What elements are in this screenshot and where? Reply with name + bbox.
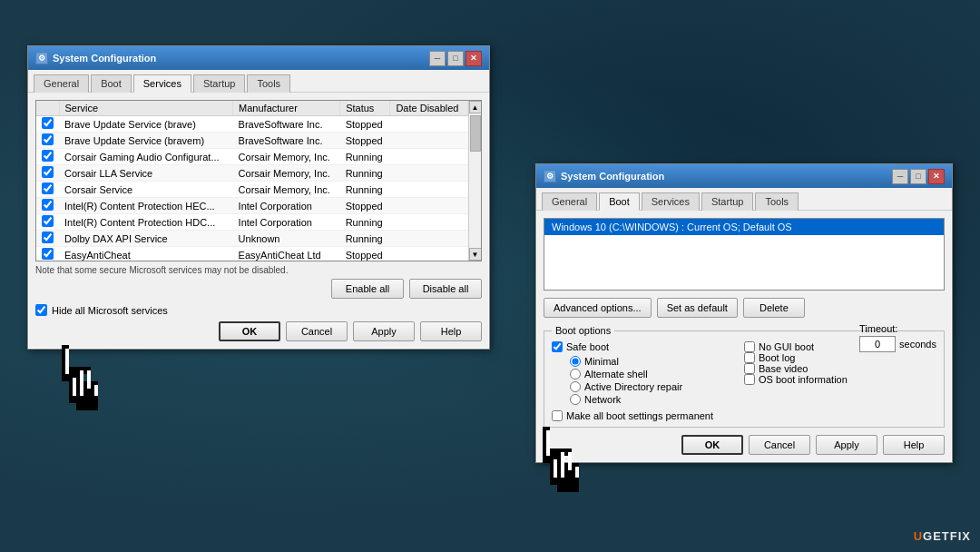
alternate-shell-label[interactable]: Alternate shell <box>584 369 648 380</box>
network-radio[interactable] <box>570 394 581 405</box>
service-checkbox-0[interactable] <box>42 117 54 129</box>
no-gui-label[interactable]: No GUI boot <box>759 341 814 352</box>
service-checkbox-5[interactable] <box>42 199 54 211</box>
svg-rect-42 <box>568 452 572 470</box>
set-default-btn[interactable]: Set as default <box>657 298 738 318</box>
service-date-3 <box>390 165 468 182</box>
service-manufacturer-1: BraveSoftware Inc. <box>233 133 340 149</box>
dialog2-title: System Configuration <box>561 171 664 182</box>
ok-btn-1[interactable]: OK <box>219 321 280 341</box>
delete-boot-btn[interactable]: Delete <box>743 298 805 318</box>
service-checkbox-8[interactable] <box>42 248 54 260</box>
close-btn-1[interactable]: ✕ <box>466 51 482 66</box>
maximize-btn-1[interactable]: □ <box>447 51 464 66</box>
os-boot-info-checkbox[interactable] <box>744 374 755 385</box>
tab-general-2[interactable]: General <box>542 192 597 211</box>
service-checkbox-6[interactable] <box>42 215 54 227</box>
svg-rect-19 <box>80 370 83 396</box>
hide-ms-checkbox[interactable] <box>35 304 47 316</box>
service-status-3: Running <box>340 165 390 182</box>
service-manufacturer-8: EasyAntiCheat Ltd <box>233 247 340 261</box>
scroll-thumb[interactable] <box>470 115 481 152</box>
apply-btn-2[interactable]: Apply <box>816 435 877 455</box>
active-directory-radio[interactable] <box>570 381 581 392</box>
no-gui-checkbox[interactable] <box>744 341 755 352</box>
tab-startup-2[interactable]: Startup <box>701 192 753 211</box>
boot-entry-0[interactable]: Windows 10 (C:\WINDOWS) : Current OS; De… <box>544 219 944 235</box>
col-status: Status <box>340 101 390 116</box>
minimal-label[interactable]: Minimal <box>584 356 619 367</box>
make-permanent-checkbox[interactable] <box>552 410 563 421</box>
tab-tools-1[interactable]: Tools <box>247 74 290 93</box>
cancel-btn-1[interactable]: Cancel <box>286 321 348 341</box>
service-checkbox-4[interactable] <box>42 182 54 194</box>
scroll-down-arrow[interactable]: ▼ <box>469 248 482 261</box>
safe-boot-label[interactable]: Safe boot <box>566 341 609 352</box>
close-btn-2[interactable]: ✕ <box>928 169 945 184</box>
service-date-7 <box>390 231 468 247</box>
os-boot-info-label[interactable]: OS boot information <box>759 374 848 385</box>
tab-boot-1[interactable]: Boot <box>91 74 132 93</box>
svg-rect-18 <box>73 378 76 396</box>
tab-boot-2[interactable]: Boot <box>599 192 640 211</box>
network-label[interactable]: Network <box>584 394 621 405</box>
service-checkbox-2[interactable] <box>42 150 54 162</box>
help-btn-1[interactable]: Help <box>420 321 482 341</box>
title-bar-controls-2: ─ □ ✕ <box>892 169 945 184</box>
make-permanent-label[interactable]: Make all boot settings permanent <box>566 410 713 421</box>
alternate-shell-radio[interactable] <box>570 369 581 380</box>
timeout-section: Timeout: seconds <box>859 323 936 352</box>
hide-ms-label[interactable]: Hide all Microsoft services <box>52 305 168 316</box>
ok-btn-2[interactable]: OK <box>681 435 743 455</box>
base-video-label[interactable]: Base video <box>759 363 808 374</box>
make-permanent-option: Make all boot settings permanent <box>552 410 936 421</box>
dialog-boot[interactable]: ⚙ System Configuration ─ □ ✕ General Boo… <box>535 163 953 463</box>
svg-rect-38 <box>557 485 579 492</box>
boot-log-checkbox[interactable] <box>744 352 755 363</box>
active-directory-label[interactable]: Active Directory repair <box>584 381 682 392</box>
dialog-icon-1: ⚙ <box>35 52 48 64</box>
svg-rect-41 <box>561 452 564 478</box>
safe-boot-option: Safe boot <box>552 341 744 352</box>
service-manufacturer-2: Corsair Memory, Inc. <box>233 149 340 165</box>
service-status-1: Stopped <box>340 133 390 149</box>
services-scrollbar[interactable]: ▲ ▼ <box>468 101 481 261</box>
dialog-services[interactable]: ⚙ System Configuration ─ □ ✕ General Boo… <box>27 45 490 350</box>
minimize-btn-2[interactable]: ─ <box>892 169 908 184</box>
boot-content: Windows 10 (C:\WINDOWS) : Current OS; De… <box>536 211 952 462</box>
service-date-5 <box>390 198 468 214</box>
boot-log-label[interactable]: Boot log <box>759 352 795 363</box>
table-row: Brave Update Service (bravem) BraveSoftw… <box>36 133 468 149</box>
help-btn-2[interactable]: Help <box>883 435 945 455</box>
service-checkbox-1[interactable] <box>42 133 54 145</box>
minimal-radio[interactable] <box>570 356 581 367</box>
minimize-btn-1[interactable]: ─ <box>429 51 446 66</box>
service-checkbox-7[interactable] <box>42 232 54 243</box>
boot-left-col: Safe boot Minimal Alternate shell <box>552 341 744 405</box>
service-status-4: Running <box>340 182 390 198</box>
timeout-input[interactable] <box>859 336 896 352</box>
alternate-shell-option: Alternate shell <box>570 369 744 380</box>
base-video-checkbox[interactable] <box>744 363 755 374</box>
svg-rect-4 <box>62 374 69 381</box>
service-name-3: Corsair LLA Service <box>59 165 233 182</box>
enable-all-btn[interactable]: Enable all <box>331 279 404 299</box>
service-status-5: Stopped <box>340 198 390 214</box>
services-table: Service Manufacturer Status Date Disable… <box>36 101 468 261</box>
service-checkbox-3[interactable] <box>42 166 54 178</box>
tab-tools-2[interactable]: Tools <box>755 192 799 211</box>
network-option: Network <box>570 394 744 405</box>
service-manufacturer-6: Intel Corporation <box>233 214 340 231</box>
tab-services-2[interactable]: Services <box>642 192 700 211</box>
tab-general-1[interactable]: General <box>34 74 89 93</box>
tab-startup-1[interactable]: Startup <box>193 74 245 93</box>
service-name-4: Corsair Service <box>59 182 233 198</box>
tab-services-1[interactable]: Services <box>133 74 191 93</box>
safe-boot-checkbox[interactable] <box>552 341 563 352</box>
apply-btn-1[interactable]: Apply <box>353 321 415 341</box>
cancel-btn-2[interactable]: Cancel <box>749 435 810 455</box>
scroll-up-arrow[interactable]: ▲ <box>469 101 482 113</box>
disable-all-btn[interactable]: Disable all <box>409 279 482 299</box>
maximize-btn-2[interactable]: □ <box>910 169 926 184</box>
advanced-options-btn[interactable]: Advanced options... <box>544 298 652 318</box>
